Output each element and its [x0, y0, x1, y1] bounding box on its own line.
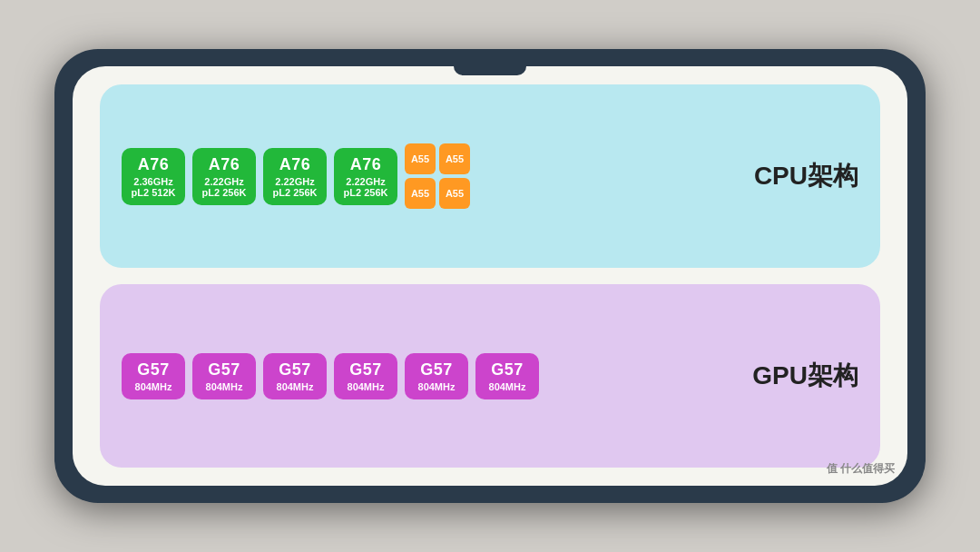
- core-name: A76: [350, 155, 382, 174]
- gpu-core-block: G57 804MHz: [334, 353, 397, 399]
- core-name: A76: [279, 155, 311, 174]
- core-cache: pL2 256K: [273, 187, 318, 198]
- gpu-core-block: G57 804MHz: [405, 353, 468, 399]
- cpu-core-block: A76 2.22GHz pL2 256K: [334, 148, 397, 205]
- cpu-core-block: A76 2.22GHz pL2 256K: [263, 148, 327, 205]
- core-freq: 2.36GHz: [133, 176, 172, 187]
- core-freq: 804MHz: [489, 381, 526, 392]
- a55-cell: A55: [405, 143, 436, 174]
- core-name: G57: [491, 360, 524, 380]
- cpu-core-block: A76 2.36GHz pL2 512K: [122, 148, 185, 205]
- a55-grid: A55A55A55A55: [405, 143, 470, 209]
- core-name: G57: [279, 360, 311, 380]
- core-name: G57: [420, 360, 453, 380]
- core-freq: 2.22GHz: [346, 176, 385, 187]
- core-freq: 804MHz: [348, 381, 385, 392]
- core-name: G57: [137, 360, 170, 380]
- cpu-label: CPU架构: [743, 159, 858, 193]
- cpu-section: A76 2.36GHz pL2 512K A76 2.22GHz pL2 256…: [100, 84, 880, 268]
- gpu-core-blocks: G57 804MHz G57 804MHz G57 804MHz G57 804…: [122, 353, 727, 399]
- cpu-core-block: A76 2.22GHz pL2 256K: [192, 148, 256, 205]
- gpu-core-block: G57 804MHz: [122, 353, 185, 399]
- cpu-core-blocks: A76 2.36GHz pL2 512K A76 2.22GHz pL2 256…: [122, 143, 729, 209]
- core-cache: pL2 256K: [344, 187, 388, 198]
- core-name: G57: [349, 360, 382, 380]
- gpu-core-block: G57 804MHz: [475, 353, 539, 399]
- core-name: A76: [209, 155, 240, 174]
- gpu-core-block: G57 804MHz: [263, 353, 327, 399]
- gpu-label: GPU架构: [741, 359, 858, 393]
- core-freq: 2.22GHz: [204, 176, 243, 187]
- core-name: G57: [208, 360, 240, 380]
- core-freq: 804MHz: [418, 381, 456, 392]
- core-cache: pL2 512K: [132, 187, 176, 198]
- core-freq: 804MHz: [135, 381, 172, 392]
- a55-cell: A55: [439, 143, 470, 174]
- a55-cell: A55: [439, 178, 470, 209]
- core-freq: 804MHz: [277, 381, 314, 392]
- core-cache: pL2 256K: [202, 187, 247, 198]
- core-name: A76: [138, 155, 170, 174]
- gpu-section: G57 804MHz G57 804MHz G57 804MHz G57 804…: [100, 284, 880, 468]
- core-freq: 2.22GHz: [275, 176, 314, 187]
- a55-cell: A55: [405, 178, 436, 209]
- phone-device: A76 2.36GHz pL2 512K A76 2.22GHz pL2 256…: [54, 49, 926, 503]
- gpu-core-block: G57 804MHz: [192, 353, 256, 399]
- watermark: 值 什么值得买: [827, 461, 895, 477]
- phone-screen: A76 2.36GHz pL2 512K A76 2.22GHz pL2 256…: [73, 66, 907, 486]
- core-freq: 804MHz: [206, 381, 243, 392]
